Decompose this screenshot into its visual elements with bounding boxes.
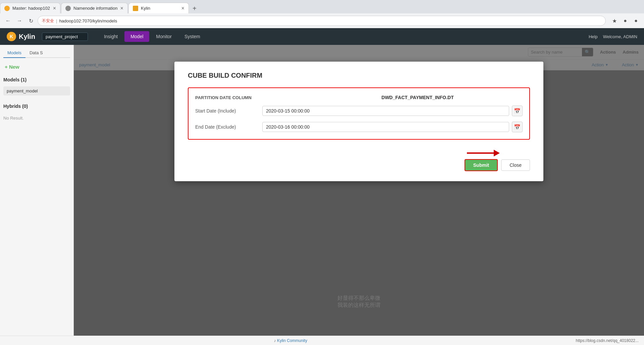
end-date-row: End Date (Exclude) 📅 — [195, 122, 523, 132]
end-date-input[interactable] — [262, 122, 509, 132]
new-button[interactable]: + New — [3, 62, 70, 72]
tab-favicon-2 — [65, 6, 71, 11]
main-wrapper: Models Data S + New Models (1) payment_m… — [0, 45, 644, 336]
form-header-row: PARTITION DATE COLUMN DWD_FACT_PAYMENT_I… — [195, 95, 523, 100]
nav-system[interactable]: System — [178, 31, 206, 42]
address-bar[interactable]: 不安全 | hadoop102:7070/kylin/models — [38, 16, 606, 26]
security-warning: 不安全 — [42, 18, 54, 24]
start-date-calendar-button[interactable]: 📅 — [512, 106, 523, 116]
profile-button[interactable]: ● — [621, 16, 630, 25]
partition-col-header: PARTITION DATE COLUMN — [195, 95, 313, 100]
start-date-row: Start Date (Include) 📅 — [195, 106, 523, 116]
help-label[interactable]: Help — [589, 34, 598, 39]
browser-tab-1[interactable]: Master: hadoop102 × — [0, 3, 60, 13]
sidebar-tab-models[interactable]: Models — [3, 48, 25, 58]
address-text: hadoop102:7070/kylin/models — [59, 18, 117, 23]
sidebar: Models Data S + New Models (1) payment_m… — [0, 45, 74, 336]
submit-button[interactable]: Submit — [465, 159, 498, 171]
start-date-input[interactable] — [262, 106, 509, 116]
hybrids-section: Hybrids (0) No Result. — [3, 102, 70, 123]
red-arrow — [467, 150, 500, 156]
dialog-title: CUBE BUILD CONFIRM — [188, 72, 530, 79]
tab-close-2[interactable]: × — [120, 5, 123, 11]
close-button[interactable]: Close — [501, 159, 530, 171]
hybrids-section-title: Hybrids (0) — [3, 102, 70, 110]
main-content: 🔍 Actions Admins payment_model Action ▼ … — [74, 45, 644, 336]
dialog-footer: Submit Close — [188, 159, 530, 171]
nav-menu: Insight Model Monitor System — [98, 31, 206, 42]
dialog: CUBE BUILD CONFIRM PARTITION DATE COLUMN… — [174, 62, 543, 181]
welcome-label: Welcome, ADMIN — [603, 34, 637, 39]
extension-button[interactable]: ● — [631, 16, 641, 25]
models-section-title: Models (1) — [3, 76, 70, 84]
logo-icon: K — [7, 32, 16, 41]
footer-community: ♪ Kylin Community — [5, 338, 576, 343]
arrow-line — [467, 152, 494, 154]
footer-url: https://blog.csdn.net/qq_4018022... — [576, 338, 639, 343]
bookmark-button[interactable]: ★ — [610, 16, 619, 25]
app-name: Kylin — [19, 33, 35, 41]
tab-title-2: Namenode information — [73, 6, 118, 11]
sidebar-tab-data[interactable]: Data S — [25, 48, 47, 57]
col-value-header: DWD_FACT_PAYMENT_INFO.DT — [313, 95, 523, 100]
header-right: Help Welcome, ADMIN — [589, 34, 637, 39]
new-tab-button[interactable]: + — [190, 3, 200, 13]
tab-favicon-1 — [4, 6, 10, 11]
no-result: No Result. — [3, 113, 70, 123]
nav-monitor[interactable]: Monitor — [150, 31, 178, 42]
end-date-calendar-button[interactable]: 📅 — [512, 122, 523, 132]
start-date-label: Start Date (Include) — [195, 108, 262, 114]
tab-favicon-3 — [133, 6, 138, 11]
tab-title-1: Master: hadoop102 — [12, 6, 50, 11]
start-date-input-wrapper: 📅 — [262, 106, 523, 116]
forward-button[interactable]: → — [15, 16, 24, 25]
sidebar-tabs: Models Data S — [3, 48, 70, 58]
tab-title-3: Kylin — [141, 6, 179, 11]
footer-bar: ♪ Kylin Community https://blog.csdn.net/… — [0, 336, 644, 345]
app-logo: K Kylin — [7, 32, 35, 41]
app-header: K Kylin payment_project Insight Model Mo… — [0, 28, 644, 45]
model-item-payment[interactable]: payment_model — [3, 86, 70, 95]
reload-button[interactable]: ↻ — [26, 16, 36, 25]
end-date-label: End Date (Exclude) — [195, 124, 262, 130]
nav-insight[interactable]: Insight — [98, 31, 124, 42]
arrow-head — [494, 150, 500, 156]
tab-close-1[interactable]: × — [53, 5, 56, 11]
project-selector[interactable]: payment_project — [42, 32, 88, 41]
form-section: PARTITION DATE COLUMN DWD_FACT_PAYMENT_I… — [188, 87, 530, 140]
nav-model[interactable]: Model — [124, 31, 149, 42]
browser-tab-2[interactable]: Namenode information × — [61, 3, 128, 13]
tab-close-3[interactable]: × — [181, 5, 184, 11]
browser-tab-3[interactable]: Kylin × — [128, 3, 189, 13]
back-button[interactable]: ← — [3, 16, 13, 25]
end-date-input-wrapper: 📅 — [262, 122, 523, 132]
